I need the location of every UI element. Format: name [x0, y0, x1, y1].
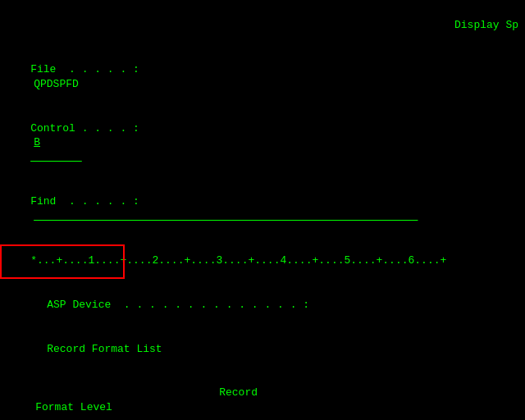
file-label: File . . . . . :	[30, 63, 139, 75]
ruler-text: *...+....1....+....2....+....3....+....4…	[30, 254, 446, 267]
terminal-screen: Display Sp File . . . . . : QPDSPFD Cont…	[0, 0, 525, 420]
col-format-level-label: Format Level	[35, 401, 112, 413]
control-line: Control . . . . : B ________	[5, 107, 520, 180]
title-text: Display Sp	[454, 19, 518, 31]
col-record-label: Record	[219, 386, 258, 399]
record-format-list-title: Record Format List	[5, 327, 520, 372]
ruler-line: *...+....1....+....2....+....3....+....4…	[5, 239, 520, 283]
asp-device-line: ASP Device . . . . . . . . . . . . . . :	[5, 283, 520, 327]
file-value: QPDSPFD	[34, 78, 79, 90]
find-line: Find . . . . . : _______________________…	[5, 180, 520, 239]
find-label: Find . . . . . :	[30, 195, 139, 208]
control-value: B	[34, 136, 40, 148]
asp-device-label: ASP Device . . . . . . . . . . . . . . :	[47, 299, 309, 311]
display-title: Display Sp	[5, 3, 520, 48]
file-line: File . . . . . : QPDSPFD	[5, 48, 520, 107]
control-label: Control . . . . :	[30, 122, 139, 135]
rfl-title-text: Record Format List	[47, 343, 162, 355]
rfl-col-header-1: Record Format Level	[5, 371, 520, 420]
